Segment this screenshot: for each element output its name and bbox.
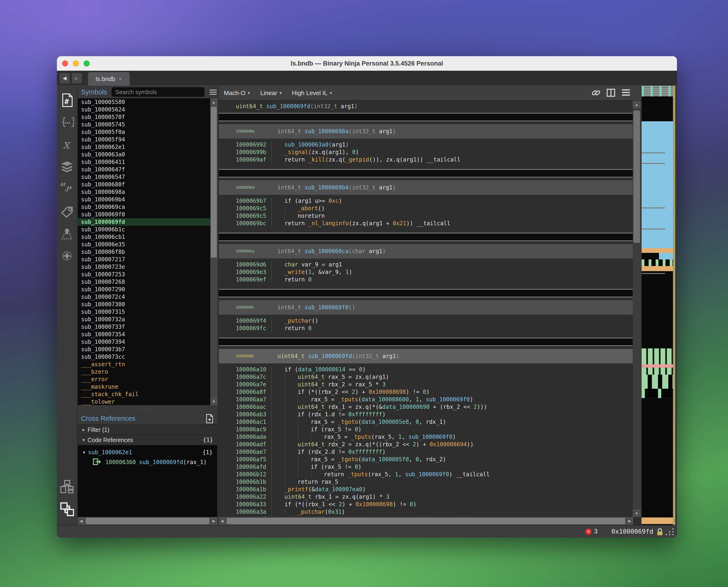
code-line[interactable]: 100006a8fif (*((rbx_2 << 2) + 0x10000869… — [219, 388, 633, 396]
symbol-list-item[interactable]: ___stack_chk_fail — [78, 391, 217, 398]
title-bar[interactable]: ls.bndb — Binary Ninja Personal 3.5.4526… — [57, 56, 677, 71]
symbols-panel-icon[interactable]: # — [60, 89, 74, 111]
code-line[interactable]: 1000069efreturn 0 — [219, 276, 633, 283]
symbol-list-item[interactable]: ___error — [78, 376, 217, 383]
maximize-window-button[interactable] — [84, 61, 90, 67]
code-line[interactable]: 100006adfuint64_t rdx_2 = zx.q(*((rbx_2 … — [219, 441, 633, 448]
code-line[interactable]: 1000069e3_write(1, &var_9, 1) — [219, 268, 633, 276]
resize-grip[interactable] — [672, 534, 674, 535]
strings-icon[interactable]: “” — [60, 178, 74, 200]
feature-map[interactable] — [641, 86, 676, 525]
code-line[interactable]: 100006ae7if (rdx_2.d != 0xffffffff) — [219, 448, 633, 456]
code-line[interactable]: 1000069b7if (arg1 u>= 0xc) — [219, 197, 633, 205]
memory-map-icon[interactable] — [60, 222, 74, 245]
code-vertical-scrollbar[interactable]: ▲ ▼ — [633, 101, 641, 517]
scroll-down-icon[interactable]: ▼ — [633, 510, 641, 517]
symbol-list-item[interactable]: sub_100005f0a — [78, 128, 217, 136]
symbol-list-item[interactable]: sub_1000062e1 — [78, 143, 217, 151]
tags-icon[interactable] — [60, 200, 74, 222]
lock-icon[interactable] — [655, 527, 664, 537]
code-line[interactable]: 1000069c5_abort() — [219, 205, 633, 212]
symbol-list-item[interactable]: ___maskrune — [78, 383, 217, 391]
symbol-list-item[interactable]: sub_10000733f — [78, 323, 217, 331]
symbol-list-item[interactable]: sub_100007394 — [78, 338, 217, 346]
back-button[interactable]: ◀ — [59, 73, 70, 84]
symbol-list-item[interactable]: sub_1000073b7 — [78, 346, 217, 353]
code-line[interactable]: 100006aacuint64_t rdx_1 = zx.q(*(&data_1… — [219, 403, 633, 411]
symbol-list-item[interactable]: sub_100007290 — [78, 286, 217, 293]
symbol-list-item[interactable]: ___bzero — [78, 368, 217, 376]
function-header[interactable]: 1000069fduint64_t sub_1000069fd(int32_t … — [219, 349, 633, 363]
code-line[interactable]: 100006a33if (*((rbx_1 << 2) + 0x10000869… — [219, 500, 633, 508]
types-icon[interactable]: {} — [60, 111, 74, 134]
code-line[interactable]: 1000069c5noreturn — [219, 212, 633, 220]
view-options-menu-icon[interactable] — [621, 89, 630, 97]
symbol-list-item[interactable]: sub_10000732a — [78, 315, 217, 323]
code-line[interactable]: 10000699b_signal(zx.q(arg1), 0) — [219, 148, 633, 156]
close-window-button[interactable] — [62, 61, 68, 67]
symbol-list-item[interactable]: sub_10000680f — [78, 181, 217, 188]
scroll-right-icon[interactable]: ▶ — [210, 517, 217, 525]
symbol-list-item[interactable]: ___tolower — [78, 398, 217, 405]
function-header[interactable]: 1000069b4int64_t sub_1000069b4(int32_t a… — [219, 180, 633, 195]
scroll-up-icon[interactable]: ▲ — [633, 101, 641, 108]
code-hscrollbar-thumb[interactable] — [227, 518, 625, 524]
symbol-list-item[interactable]: sub_1000069ca — [78, 203, 217, 211]
code-line[interactable]: 100006992sub_1000063a0(arg1) — [219, 141, 633, 148]
panel-splitter-handle[interactable]: ······ — [77, 405, 218, 413]
code-references-row[interactable]: ▾ Code References {1} — [77, 435, 218, 445]
symbol-list-item[interactable]: sub_100005f94 — [78, 136, 217, 143]
error-badge-icon[interactable]: ✕ — [585, 529, 592, 535]
symbol-list-item[interactable]: sub_10000570f — [78, 113, 217, 121]
symbol-list-item[interactable]: sub_1000063a0 — [78, 151, 217, 158]
forward-button[interactable]: ▶ — [71, 73, 82, 84]
symbol-list-item[interactable]: sub_1000072c4 — [78, 293, 217, 301]
symbol-list-item[interactable]: sub_100007217 — [78, 256, 217, 263]
code-line[interactable]: 100006b1breturn rax_5 — [219, 478, 633, 486]
symbol-list-item[interactable]: sub_100007354 — [78, 331, 217, 338]
code-line[interactable]: 100006a3a_putchar(0x31) — [219, 508, 633, 516]
symbol-list-item[interactable]: sub_1000069b4 — [78, 196, 217, 203]
code-line[interactable]: 100006ac1rax_5 = _tgoto(data_1000085e8, … — [219, 418, 633, 426]
code-line[interactable]: 1000069afreturn _kill(zx.q(_getpid()), z… — [219, 156, 633, 163]
symbol-list-item[interactable]: sub_10000647f — [78, 166, 217, 173]
il-level-dropdown[interactable]: High Level IL — [292, 90, 332, 97]
symbol-list-item[interactable]: sub_100007315 — [78, 308, 217, 315]
code-line[interactable]: 100006afdif (rax_5 != 0) — [219, 463, 633, 471]
cross-references-panel-icon[interactable] — [60, 498, 74, 520]
xref-filter-row[interactable]: ▸ Filter (1) — [77, 424, 218, 435]
minimize-window-button[interactable] — [73, 61, 79, 67]
view-layout-dropdown[interactable]: Linear — [260, 90, 282, 97]
code-line[interactable]: 100006aa7rax_5 = _tputs(data_100008600, … — [219, 396, 633, 403]
symbol-list-item[interactable]: sub_100006411 — [78, 158, 217, 166]
sidebar-horizontal-scrollbar[interactable]: ◀ ▶ — [78, 517, 217, 525]
mini-graph-icon[interactable] — [60, 476, 74, 498]
code-line[interactable]: 100006adarax_5 = _tputs(rax_5, 1, sub_10… — [219, 433, 633, 441]
symbol-list-item[interactable]: sub_100006547 — [78, 173, 217, 181]
binary-format-dropdown[interactable]: Mach-O — [224, 90, 250, 97]
symbol-list-item[interactable]: sub_1000069f0 — [78, 211, 217, 218]
symbol-list-item[interactable]: sub_10000723e — [78, 263, 217, 271]
symbol-list-item[interactable]: sub_100007300 — [78, 301, 217, 308]
current-address[interactable]: 0x1000069fd — [611, 528, 653, 535]
code-line[interactable]: 1000069d6char var_9 = arg1 — [219, 261, 633, 268]
symbol-list-item[interactable]: sub_10000698a — [78, 188, 217, 196]
symbol-list-item[interactable]: sub_100005624 — [78, 106, 217, 113]
code-line[interactable]: 100006b12return _tputs(rax_5, 1, sub_100… — [219, 471, 633, 478]
link-views-icon[interactable] — [591, 88, 601, 98]
variables-icon[interactable]: x — [60, 134, 74, 156]
decompiler-code-view[interactable]: uint64_t sub_1000069fd(int32_t arg1)1000… — [219, 101, 633, 517]
split-view-icon[interactable] — [607, 88, 615, 98]
code-line[interactable]: 1000069fcreturn 0 — [219, 325, 633, 332]
search-symbols-input[interactable] — [112, 87, 205, 97]
code-line[interactable]: 100006a10if (data_100008614 == 0) — [219, 366, 633, 373]
symbols-scrollbar[interactable]: ▲ ▼ — [210, 98, 217, 405]
function-header[interactable]: 10000698aint64_t sub_10000698a(int32_t a… — [219, 124, 633, 139]
function-header[interactable]: 1000069caint64_t sub_1000069ca(char arg1… — [219, 244, 633, 258]
symbol-list-item[interactable]: sub_1000073cc — [78, 353, 217, 360]
xref-function-row[interactable]: ▾ sub_1000062e1 {1} — [78, 447, 217, 457]
sidebar-hscrollbar-thumb[interactable] — [86, 518, 209, 524]
symbol-list-item[interactable]: sub_100005580 — [78, 98, 217, 106]
code-line[interactable]: 100006a1b_printf(&data_100007ea0) — [219, 486, 633, 493]
symbol-list-item[interactable]: ___assert_rtn — [78, 360, 217, 368]
